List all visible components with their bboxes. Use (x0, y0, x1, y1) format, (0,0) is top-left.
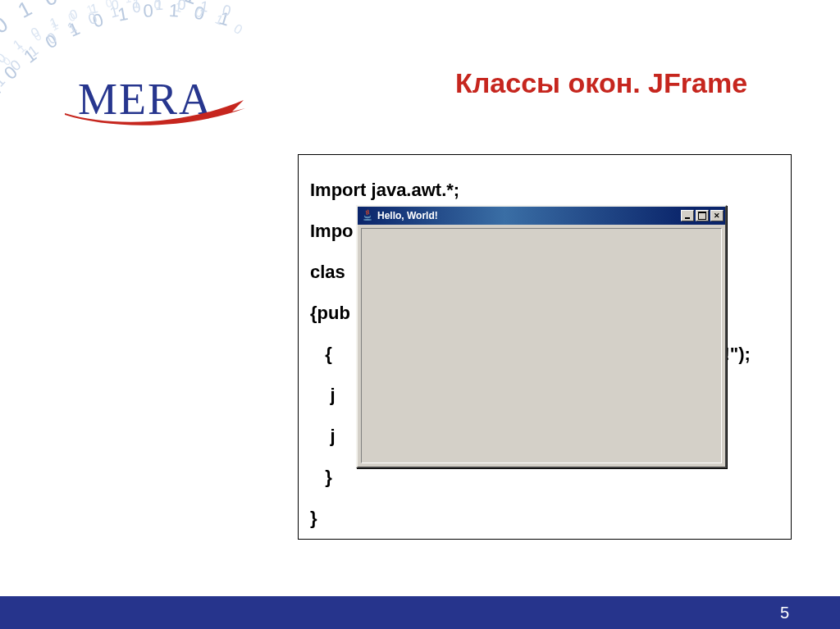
svg-point-5 (363, 219, 372, 221)
footer-bar: 5 (0, 596, 840, 629)
logo-swoosh-icon (63, 97, 252, 130)
svg-text:0 1 0 1 0 1 0 1 0 1 0 1 0 1 0 : 0 1 0 1 0 1 0 1 0 1 0 1 0 1 0 1 0 1 0 1 (0, 0, 206, 341)
slide: 0 1 0 1 0 1 0 1 0 1 0 1 0 1 0 1 0 1 0 1 … (0, 0, 840, 629)
slide-title: Классы окон. JFrame (455, 67, 747, 99)
mera-logo: MERA (78, 74, 212, 125)
java-window[interactable]: Hello, World! ✕ (356, 205, 727, 468)
window-client-area (361, 228, 722, 463)
java-cup-icon (361, 209, 374, 222)
window-titlebar[interactable]: Hello, World! ✕ (358, 207, 725, 225)
window-buttons: ✕ (681, 210, 724, 221)
minimize-button[interactable] (681, 210, 694, 221)
svg-text:1 0 1 0 1 0 1 0 1 0 1 0 1 0 1 : 1 0 1 0 1 0 1 0 1 0 1 0 1 0 1 0 1 0 1 0 … (0, 0, 249, 353)
svg-text:1 0 1 0 1 0 1 0 1 0 1 0 1 0 1 : 1 0 1 0 1 0 1 0 1 0 1 0 1 0 1 0 1 0 1 0 … (0, 0, 237, 299)
maximize-button[interactable] (696, 210, 709, 221)
svg-text:0 1 0 1 0 1 0 1 0 1 0 1 0 1 0 : 0 1 0 1 0 1 0 1 0 1 0 1 0 1 0 1 0 1 0 1 … (0, 0, 216, 280)
code-line: } (310, 498, 779, 539)
window-title: Hello, World! (377, 210, 681, 221)
close-button[interactable]: ✕ (710, 210, 724, 221)
page-number: 5 (780, 604, 789, 622)
window-content (363, 230, 720, 462)
svg-text:0 1 0 1 0 1 0 1 0 1 0 1 0 1 0 : 0 1 0 1 0 1 0 1 0 1 0 1 0 1 0 1 0 1 0 1 … (0, 0, 247, 317)
